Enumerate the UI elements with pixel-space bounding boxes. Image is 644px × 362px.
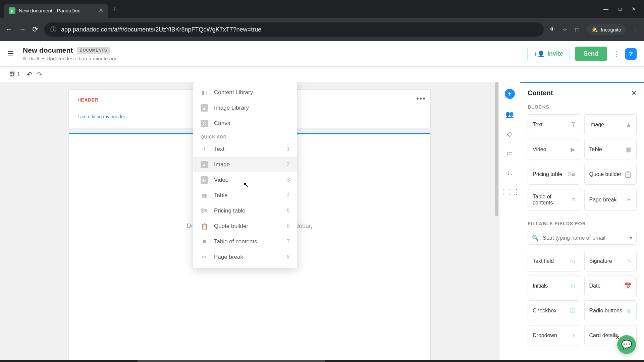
forward-icon[interactable]: → [19,25,26,34]
menu-icon[interactable]: ☰ [7,50,14,58]
dd-toc[interactable]: ≡ Table of contents 7 [193,234,297,249]
kebab-icon[interactable]: ⋮ [633,26,639,33]
dd-video-label: Video [214,177,228,183]
taskbar [0,360,644,362]
bookmark-icon[interactable]: ☆ [562,26,567,33]
initials-icon: IN [569,283,575,290]
dd-toc-label: Table of contents [214,238,257,245]
dd-image-library[interactable]: ▲ Image Library [193,100,297,116]
block-image[interactable]: Image▲ [584,114,637,135]
incognito-icon: 🕵 [592,26,598,33]
close-window-icon[interactable]: ✕ [632,6,636,12]
toc-icon: ≡ [201,238,208,245]
maximize-icon[interactable]: □ [619,6,622,12]
field-initials[interactable]: InitialsIN [528,276,580,296]
block-more-icon[interactable]: ••• [416,94,426,103]
block-quote-builder[interactable]: Quote builder📋 [584,164,637,185]
field-radio[interactable]: Radio buttons◉ [584,300,637,321]
canvas[interactable]: ••• HEADER I am editing my header. Drag … [0,82,499,362]
text-field-icon: A| [570,258,575,265]
scrollbar[interactable] [495,82,498,216]
send-button[interactable]: Send [575,47,607,61]
taskbar-segment [138,360,325,362]
grid-icon[interactable]: ⋮⋮⋮ [500,188,520,196]
address-bar: ← → ⟳ ⓘ app.pandadoc.com/a/#/documents/2… [0,18,644,41]
updated-text: Updated less than a minute ago [47,56,118,61]
help-button[interactable]: ? [625,48,637,60]
pricing-icon: $≡ [201,207,208,215]
recipient-search-input[interactable] [543,235,626,241]
invite-label: Invite [547,50,563,57]
block-pricing-table[interactable]: Pricing table$≡ [528,164,580,185]
dd-page-break[interactable]: ✂ Page break 8 [193,249,297,265]
invite-button[interactable]: +👤 Invite [527,47,570,61]
text-icon: T [572,121,575,128]
dd-pricing-table[interactable]: $≡ Pricing table 5 [193,203,297,219]
browser-tab[interactable]: p New document - PandaDoc ✕ [4,4,108,18]
panel-icon[interactable]: ◫ [575,26,580,33]
new-tab-button[interactable]: + [113,5,117,13]
pages-icon: 🗐 [9,71,15,78]
field-dropdown[interactable]: Dropdown▾ [528,325,580,346]
block-toc[interactable]: Table of contents≡ [528,189,580,211]
document-title[interactable]: New document [23,46,73,54]
clipboard-icon: 📋 [624,171,632,178]
block-table[interactable]: Table▦ [584,139,637,160]
undo-icon[interactable]: ↶ [27,70,33,78]
dd-text-label: Text [214,146,224,153]
status-text: Draft [29,56,40,61]
tab-bar: p New document - PandaDoc ✕ + ― □ ✕ [0,0,644,18]
dd-image-label: Image [214,161,230,168]
block-page-break[interactable]: Page break✂ [584,189,637,211]
dd-table[interactable]: ▦ Table 4 [193,188,297,203]
browser-chrome: p New document - PandaDoc ✕ + ― □ ✕ ← → … [0,0,644,41]
more-icon[interactable]: ⋮ [612,50,620,58]
page-count-value: 1 [17,71,20,78]
block-text[interactable]: TextT [528,114,580,135]
dd-quote-builder[interactable]: 📋 Quote builder 6 [193,219,297,234]
dropdown-icon: ▾ [572,332,575,339]
dd-content-library[interactable]: ◧ Content Library [193,85,297,100]
dd-canva-label: Canva [214,120,230,127]
dd-image-library-label: Image Library [214,105,249,111]
url-field[interactable]: ⓘ app.pandadoc.com/a/#/documents/2UzYiBK… [44,22,544,37]
reload-icon[interactable]: ⟳ [32,25,38,34]
table-icon: ▦ [626,146,632,153]
close-icon[interactable]: ✕ [99,7,103,14]
back-icon[interactable]: ← [5,25,13,34]
page-count[interactable]: 🗐 1 [9,71,20,78]
dd-image[interactable]: ▲ Image 2 [193,157,297,172]
url-text: app.pandadoc.com/a/#/documents/2UzYiBKr8… [61,26,261,33]
eye-off-icon[interactable]: 👁 [550,26,555,33]
chat-button[interactable]: 💬 [617,335,636,354]
quick-add-header: QUICK ADD [193,131,297,141]
minimize-icon[interactable]: ― [603,6,608,12]
close-icon[interactable]: ✕ [631,89,637,97]
dd-pricing-key: 5 [287,208,290,214]
dd-pagebreak-label: Page break [214,254,243,260]
layout-icon[interactable]: ▭ [506,149,513,157]
apps-icon[interactable]: ⎍ [508,169,512,176]
add-content-button[interactable]: + [505,89,515,99]
field-checkbox[interactable]: Checkbox☑ [528,300,580,321]
field-date[interactable]: Date📅 [584,276,637,296]
dd-video[interactable]: ▶ Video 3 [193,172,297,188]
variables-icon[interactable]: ◇ [507,130,512,138]
recipients-icon[interactable]: 👥 [505,110,514,118]
table-icon: ▦ [201,192,208,199]
incognito-badge[interactable]: 🕵 Incognito [587,24,626,35]
dd-canva[interactable]: C Canva [193,116,297,131]
field-signature[interactable]: Signature✎ [584,251,637,272]
dd-text[interactable]: T Text 1 [193,141,297,157]
recipient-search[interactable]: 🔍 ▾ [528,231,637,245]
redo-icon[interactable]: ↷ [37,70,42,78]
site-info-icon[interactable]: ⓘ [50,25,56,34]
block-video[interactable]: Video▶ [528,139,580,160]
image-icon: ▲ [201,104,208,112]
status-dot-icon [23,57,26,60]
chevron-down-icon[interactable]: ▾ [630,235,632,241]
dd-quote-label: Quote builder [214,223,248,230]
video-icon: ▶ [201,176,208,184]
dd-content-library-label: Content Library [214,89,253,96]
field-text[interactable]: Text fieldA| [528,251,580,272]
